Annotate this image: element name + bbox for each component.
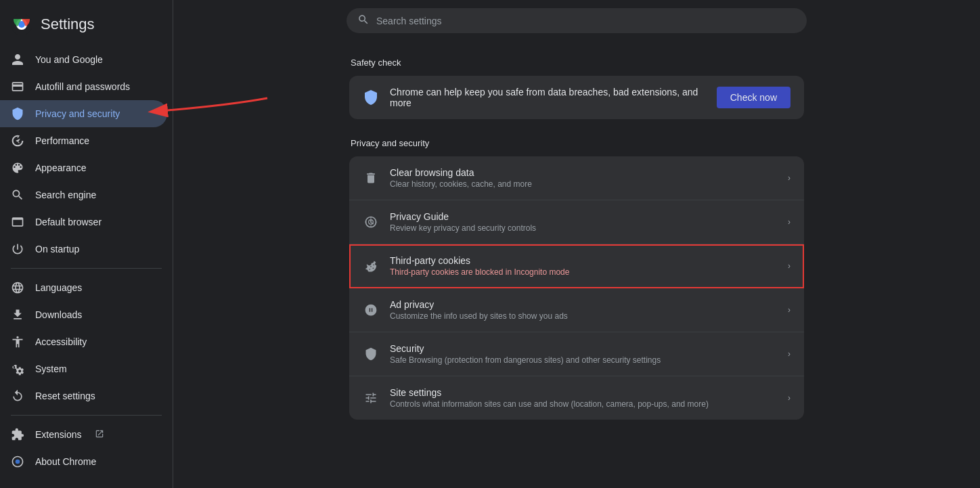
system-icon	[11, 362, 24, 376]
sidebar-item-label: Accessibility	[35, 336, 87, 347]
sidebar-item-downloads[interactable]: Downloads	[0, 301, 167, 328]
sidebar-header: Settings	[0, 5, 173, 46]
sidebar-item-performance[interactable]: Performance	[0, 127, 167, 154]
settings-item-security[interactable]: Security Safe Browsing (protection from …	[349, 332, 804, 376]
globe-icon	[11, 281, 24, 294]
settings-item-subtitle: Controls what information sites can use …	[390, 399, 777, 409]
main-content: Safety check Chrome can help keep you sa…	[173, 0, 980, 488]
settings-item-site-settings[interactable]: Site settings Controls what information …	[349, 376, 804, 420]
search-input[interactable]	[376, 16, 796, 26]
top-bar	[173, 0, 980, 41]
settings-item-title: Third-party cookies	[390, 255, 777, 266]
sidebar-item-appearance[interactable]: Appearance	[0, 154, 167, 181]
chevron-right-icon: ›	[788, 393, 790, 403]
sidebar-item-accessibility[interactable]: Accessibility	[0, 328, 167, 355]
sidebar-divider-2	[11, 415, 162, 416]
privacy-security-heading: Privacy and security	[349, 138, 804, 148]
sidebar: Settings You and Google Autofill and pas…	[0, 0, 173, 488]
safety-check-description: Chrome can help keep you safe from data …	[390, 87, 706, 108]
sidebar-item-on-startup[interactable]: On startup	[0, 236, 167, 263]
safety-check-section: Safety check Chrome can help keep you sa…	[349, 58, 804, 119]
browser-icon	[11, 215, 24, 229]
sidebar-item-reset-settings[interactable]: Reset settings	[0, 382, 167, 409]
sidebar-item-autofill[interactable]: Autofill and passwords	[0, 73, 167, 100]
card-icon	[11, 80, 24, 93]
trash-icon	[363, 170, 379, 186]
chrome-logo-icon	[11, 14, 32, 35]
sidebar-item-label: Languages	[35, 282, 82, 293]
settings-item-text: Site settings Controls what information …	[390, 387, 777, 409]
chevron-right-icon: ›	[788, 305, 790, 315]
settings-item-third-party-cookies[interactable]: Third-party cookies Third-party cookies …	[349, 244, 804, 288]
search-icon	[11, 188, 24, 202]
svg-point-3	[19, 22, 24, 27]
ad-privacy-icon	[363, 302, 379, 318]
settings-item-title: Site settings	[390, 387, 777, 398]
sidebar-item-label: Default browser	[35, 217, 102, 227]
sidebar-item-system[interactable]: System	[0, 355, 167, 382]
download-icon	[11, 308, 24, 321]
sidebar-item-label: Extensions	[35, 429, 81, 440]
extensions-icon	[11, 428, 24, 441]
search-bar[interactable]	[347, 8, 807, 33]
sidebar-item-label: Appearance	[35, 162, 87, 173]
sidebar-item-label: Reset settings	[35, 391, 95, 401]
settings-item-title: Ad privacy	[390, 299, 777, 310]
settings-item-title: Clear browsing data	[390, 167, 777, 178]
settings-item-subtitle: Third-party cookies are blocked in Incog…	[390, 267, 777, 277]
sidebar-item-label: Autofill and passwords	[35, 81, 130, 92]
sidebar-item-extensions[interactable]: Extensions	[0, 421, 167, 448]
settings-item-text: Security Safe Browsing (protection from …	[390, 343, 777, 365]
sidebar-item-label: Downloads	[35, 309, 82, 320]
settings-item-clear-browsing[interactable]: Clear browsing data Clear history, cooki…	[349, 156, 804, 200]
sidebar-divider-1	[11, 268, 162, 269]
sidebar-item-label: On startup	[35, 244, 79, 254]
settings-item-text: Clear browsing data Clear history, cooki…	[390, 167, 777, 189]
sidebar-item-label: Privacy and security	[35, 108, 120, 119]
sidebar-item-label: Search engine	[35, 190, 96, 200]
main-inner: Safety check Chrome can help keep you sa…	[333, 41, 820, 455]
safety-check-shield-icon	[363, 89, 379, 106]
chevron-right-icon: ›	[788, 261, 790, 271]
sidebar-item-privacy-security[interactable]: Privacy and security	[0, 100, 167, 127]
reset-icon	[11, 389, 24, 403]
sidebar-item-label: Performance	[35, 135, 89, 146]
privacy-guide-icon	[363, 214, 379, 230]
cookie-icon	[363, 258, 379, 274]
sidebar-title: Settings	[41, 16, 95, 33]
settings-item-text: Ad privacy Customize the info used by si…	[390, 299, 777, 321]
sidebar-item-label: System	[35, 363, 67, 374]
sidebar-item-default-browser[interactable]: Default browser	[0, 208, 167, 236]
settings-item-subtitle: Clear history, cookies, cache, and more	[390, 179, 777, 189]
sidebar-item-about-chrome[interactable]: About Chrome	[0, 448, 167, 475]
sidebar-item-label: About Chrome	[35, 456, 96, 467]
person-icon	[11, 53, 24, 66]
chevron-right-icon: ›	[788, 349, 790, 359]
settings-item-subtitle: Safe Browsing (protection from dangerous…	[390, 355, 777, 365]
settings-list: Clear browsing data Clear history, cooki…	[349, 156, 804, 420]
settings-item-text: Privacy Guide Review key privacy and sec…	[390, 211, 777, 233]
settings-item-ad-privacy[interactable]: Ad privacy Customize the info used by si…	[349, 288, 804, 332]
sidebar-item-label: You and Google	[35, 54, 103, 65]
check-now-button[interactable]: Check now	[717, 87, 790, 108]
chrome-icon	[11, 455, 24, 468]
accessibility-icon	[11, 335, 24, 349]
security-icon	[363, 346, 379, 362]
shield-icon	[11, 107, 24, 120]
safety-check-card: Chrome can help keep you safe from data …	[349, 76, 804, 119]
sidebar-item-search-engine[interactable]: Search engine	[0, 181, 167, 208]
external-link-icon	[95, 429, 104, 441]
svg-point-4	[16, 460, 20, 464]
performance-icon	[11, 134, 24, 148]
settings-item-subtitle: Review key privacy and security controls	[390, 223, 777, 233]
settings-item-subtitle: Customize the info used by sites to show…	[390, 311, 777, 321]
sidebar-item-languages[interactable]: Languages	[0, 274, 167, 301]
safety-check-heading: Safety check	[349, 58, 804, 68]
settings-item-title: Privacy Guide	[390, 211, 777, 222]
chevron-right-icon: ›	[788, 217, 790, 227]
chevron-right-icon: ›	[788, 173, 790, 183]
privacy-security-section: Privacy and security Clear browsing data…	[349, 138, 804, 420]
sidebar-item-you-google[interactable]: You and Google	[0, 46, 167, 73]
settings-item-title: Security	[390, 343, 777, 354]
settings-item-privacy-guide[interactable]: Privacy Guide Review key privacy and sec…	[349, 200, 804, 244]
